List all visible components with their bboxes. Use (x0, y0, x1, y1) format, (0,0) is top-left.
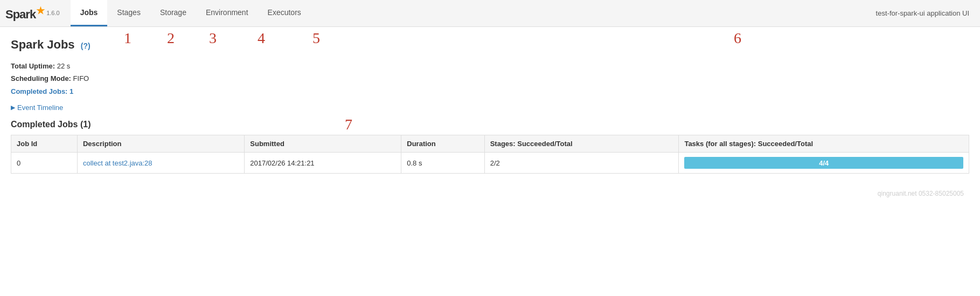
uptime-label: Total Uptime: (11, 62, 55, 70)
col-job-id: Job Id (11, 135, 78, 153)
table-head: Job Id Description Submitted Duration St… (11, 135, 969, 153)
table-body: 0 collect at test2.java:28 2017/02/26 14… (11, 153, 969, 174)
scheduling-label: Scheduling Mode: (11, 74, 71, 82)
nav-storage[interactable]: Storage (150, 0, 196, 26)
col-duration: Duration (401, 135, 484, 153)
cell-tasks: 4/4 (679, 153, 969, 174)
scheduling-value: FIFO (73, 74, 89, 82)
table-row: 0 collect at test2.java:28 2017/02/26 14… (11, 153, 969, 174)
page-wrapper: Spark★ 1.6.0 Jobs Stages Storage Environ… (0, 0, 980, 296)
col-description: Description (77, 135, 244, 153)
main-content: Spark Jobs (?) Total Uptime: 22 s Schedu… (0, 27, 980, 208)
cell-duration: 0.8 s (401, 153, 484, 174)
completed-section-title: Completed Jobs (1) (11, 120, 969, 129)
col-submitted: Submitted (245, 135, 401, 153)
cell-description: collect at test2.java:28 (77, 153, 244, 174)
navbar-app-name: test-for-spark-ui application UI (876, 9, 975, 17)
nav-environment[interactable]: Environment (196, 0, 258, 26)
info-section: Total Uptime: 22 s Scheduling Mode: FIFO… (11, 60, 969, 98)
navbar-brand: Spark★ 1.6.0 (5, 5, 60, 22)
spark-version: 1.6.0 (46, 10, 59, 16)
event-timeline-link[interactable]: ▶ Event Timeline (11, 104, 63, 112)
uptime-value: 22 s (57, 62, 71, 70)
nav-stages[interactable]: Stages (107, 0, 150, 26)
help-link[interactable]: (?) (81, 42, 91, 50)
spark-star-icon: ★ (36, 5, 44, 16)
tasks-progress-bar: 4/4 (684, 157, 963, 169)
completed-jobs-link[interactable]: Completed Jobs: 1 (11, 87, 73, 95)
tasks-progress-label: 4/4 (819, 159, 829, 167)
scheduling-row: Scheduling Mode: FIFO (11, 72, 969, 85)
watermark: qingruanit.net 0532-85025005 (11, 190, 969, 197)
arrow-icon: ▶ (11, 104, 15, 111)
table-header-row: Job Id Description Submitted Duration St… (11, 135, 969, 153)
cell-stages: 2/2 (484, 153, 679, 174)
navbar: Spark★ 1.6.0 Jobs Stages Storage Environ… (0, 0, 980, 27)
jobs-table: Job Id Description Submitted Duration St… (11, 135, 969, 174)
uptime-row: Total Uptime: 22 s (11, 60, 969, 72)
nav-executors[interactable]: Executors (258, 0, 311, 26)
nav-jobs[interactable]: Jobs (71, 0, 108, 26)
cell-submitted: 2017/02/26 14:21:21 (245, 153, 401, 174)
job-description-link[interactable]: collect at test2.java:28 (83, 159, 152, 167)
completed-jobs-row: Completed Jobs: 1 (11, 85, 969, 98)
event-timeline-label: Event Timeline (17, 104, 63, 112)
col-stages: Stages: Succeeded/Total (484, 135, 679, 153)
page-title: Spark Jobs (?) (11, 38, 969, 52)
spark-text: Spark (5, 8, 36, 21)
col-tasks: Tasks (for all stages): Succeeded/Total (679, 135, 969, 153)
spark-logo: Spark★ (5, 5, 44, 22)
cell-job-id: 0 (11, 153, 78, 174)
nav-links: Jobs Stages Storage Environment Executor… (71, 0, 311, 26)
